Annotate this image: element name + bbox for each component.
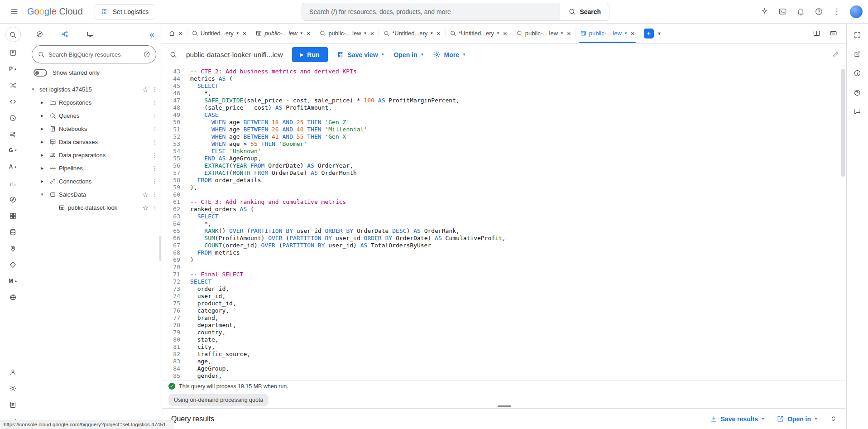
- section-p-rail-item[interactable]: P▲: [4, 61, 22, 77]
- show-starred-toggle[interactable]: [34, 69, 47, 77]
- star-icon[interactable]: ☆: [141, 86, 149, 94]
- comment-panel-icon[interactable]: [852, 105, 863, 117]
- info-panel-icon[interactable]: [852, 67, 863, 79]
- shuffle-rail-item[interactable]: [4, 77, 22, 93]
- code-line-65[interactable]: RANK() OVER (PARTITION BY user_id ORDER …: [190, 227, 846, 235]
- code-line-58[interactable]: FROM order_details: [190, 177, 846, 184]
- code-line-72[interactable]: SELECT: [190, 278, 846, 285]
- keyboard-shortcuts-icon[interactable]: [830, 29, 837, 37]
- tree-item-queries[interactable]: ▶Queries⋮: [26, 109, 162, 122]
- code-line-73[interactable]: order_id,: [190, 285, 846, 293]
- sql-editor[interactable]: 4344454647484950515253545556575859606162…: [162, 66, 846, 380]
- code-line-44[interactable]: metrics AS (: [190, 75, 846, 82]
- code-line-81[interactable]: city,: [190, 343, 846, 351]
- grid-rail-item[interactable]: [4, 207, 22, 224]
- editor-tab-6[interactable]: public-... iew▼×: [512, 24, 575, 43]
- code-line-68[interactable]: FROM metrics: [190, 249, 846, 256]
- code-line-63[interactable]: SELECT: [190, 213, 846, 220]
- star-icon[interactable]: ☆: [141, 191, 149, 199]
- code-line-79[interactable]: country,: [190, 329, 846, 336]
- code-line-48[interactable]: (sale_price - cost) AS ProfitAmount,: [190, 104, 846, 111]
- code-line-80[interactable]: state,: [190, 336, 846, 343]
- close-icon[interactable]: ×: [307, 29, 311, 37]
- pinboard-rail-item[interactable]: [4, 44, 22, 61]
- editor-tab-5[interactable]: *Untitled...ery▼×: [445, 24, 512, 43]
- sliders-rail-item[interactable]: [4, 126, 22, 142]
- code-line-60[interactable]: [190, 191, 846, 198]
- caret-right-icon[interactable]: ▶: [38, 179, 46, 183]
- code-line-50[interactable]: WHEN age BETWEEN 18 AND 25 THEN 'Gen Z': [190, 119, 846, 126]
- chevron-down-icon[interactable]: ▼: [624, 31, 628, 35]
- run-button[interactable]: ▶ Run: [292, 47, 328, 62]
- item-menu-icon[interactable]: ⋮: [152, 112, 158, 119]
- editor-tab-4[interactable]: *Untitled...ery▼×: [379, 24, 445, 43]
- tree-item-data-preparations[interactable]: ▶Data preparations⋮: [26, 149, 162, 162]
- expand-results-icon[interactable]: [830, 415, 837, 423]
- global-search-input[interactable]: [302, 3, 560, 20]
- code-line-85[interactable]: gender,: [190, 372, 846, 380]
- search-rail-item[interactable]: [5, 27, 21, 42]
- chevron-down-icon[interactable]: ▼: [560, 31, 564, 35]
- code-line-56[interactable]: EXTRACT(YEAR FROM OrderDate) AS OrderYea…: [190, 162, 846, 169]
- tree-item-notebooks[interactable]: ▶Notebooks⋮: [26, 122, 162, 135]
- code-line-75[interactable]: product_id,: [190, 300, 846, 307]
- code-line-82[interactable]: traffic_source,: [190, 351, 846, 358]
- code-line-51[interactable]: WHEN age BETWEEN 26 AND 40 THEN 'Millenn…: [190, 126, 846, 133]
- item-menu-icon[interactable]: ⋮: [152, 152, 158, 159]
- tree-item-connections[interactable]: ▶Connections⋮: [26, 175, 162, 188]
- code-line-83[interactable]: age,: [190, 358, 846, 365]
- tree-item-public-dataset-look[interactable]: public-dataset-look☆⋮: [26, 201, 162, 214]
- code-line-77[interactable]: brand,: [190, 314, 846, 322]
- fullscreen-panel-icon[interactable]: [852, 29, 863, 41]
- report-rail-item[interactable]: [4, 396, 22, 413]
- code-line-71[interactable]: -- Final SELECT: [190, 271, 846, 278]
- editor-tab-0[interactable]: ×: [164, 24, 187, 43]
- caret-down-icon[interactable]: ▼: [29, 87, 37, 92]
- caret-right-icon[interactable]: ▶: [38, 166, 46, 170]
- main-menu-button[interactable]: [5, 3, 23, 20]
- save-view-button[interactable]: Save view ▼: [337, 51, 385, 58]
- caret-right-icon[interactable]: ▶: [38, 127, 46, 131]
- collapse-panel-icon[interactable]: «: [149, 30, 154, 39]
- code-line-45[interactable]: SELECT: [190, 82, 846, 90]
- gemini-button[interactable]: [756, 3, 773, 20]
- chevron-down-icon[interactable]: ▼: [236, 31, 240, 35]
- compass-explorer-tab[interactable]: [34, 28, 45, 40]
- code-line-78[interactable]: department,: [190, 322, 846, 329]
- diamond-rail-item[interactable]: [4, 256, 22, 273]
- code-line-43[interactable]: -- CTE 2: Add business metrics and deriv…: [190, 68, 846, 75]
- tree-item-repositories[interactable]: ▶Repositories⋮: [26, 96, 162, 109]
- editor-tab-7[interactable]: public-... iew▼×: [575, 24, 639, 43]
- caret-right-icon[interactable]: ▶: [38, 153, 46, 157]
- tab-overflow-caret-icon[interactable]: ▼: [657, 31, 662, 36]
- compass-rail-item[interactable]: [4, 191, 22, 207]
- chart-rail-item[interactable]: [4, 175, 22, 191]
- code-line-62[interactable]: ranked_orders AS (: [190, 206, 846, 213]
- code-line-74[interactable]: user_id,: [190, 293, 846, 300]
- resize-handle[interactable]: [498, 405, 511, 407]
- tree-item-set-logistics-474515[interactable]: ▼set-logistics-474515☆⋮: [26, 83, 162, 96]
- open-in-button[interactable]: Open in ▼: [393, 51, 424, 58]
- chevron-down-icon[interactable]: ▼: [364, 31, 367, 35]
- editor-tab-3[interactable]: public-... iew▼×: [315, 24, 379, 43]
- code-line-54[interactable]: ELSE 'Unknown': [190, 148, 846, 155]
- code-line-47[interactable]: SAFE_DIVIDE(sale_price - cost, sale_pric…: [190, 97, 846, 104]
- code-line-61[interactable]: -- CTE 3: Add ranking and cumulative met…: [190, 198, 846, 206]
- code-line-64[interactable]: *,: [190, 220, 846, 227]
- code-line-57[interactable]: EXTRACT(MONTH FROM OrderDate) AS OrderMo…: [190, 169, 846, 177]
- item-menu-icon[interactable]: ⋮: [152, 191, 158, 198]
- cloud-shell-button[interactable]: [774, 3, 791, 20]
- code-line-52[interactable]: WHEN age BETWEEN 41 AND 55 THEN 'Gen X': [190, 133, 846, 140]
- monitor-explorer-tab[interactable]: [84, 28, 96, 40]
- star-icon[interactable]: ☆: [141, 204, 149, 212]
- tree-item-pipelines[interactable]: ▶Pipelines⋮: [26, 162, 162, 175]
- more-button[interactable]: More ▼: [433, 51, 465, 58]
- history-panel-icon[interactable]: [852, 86, 863, 98]
- tree-item-salesdata[interactable]: ▼SalesData☆⋮: [26, 188, 162, 201]
- close-icon[interactable]: ×: [631, 29, 635, 37]
- results-open-in-button[interactable]: Open in ▼: [777, 415, 818, 423]
- code-line-69[interactable]: ): [190, 256, 846, 264]
- item-menu-icon[interactable]: ⋮: [152, 139, 158, 145]
- item-menu-icon[interactable]: ⋮: [152, 178, 158, 185]
- help-icon[interactable]: [143, 51, 150, 58]
